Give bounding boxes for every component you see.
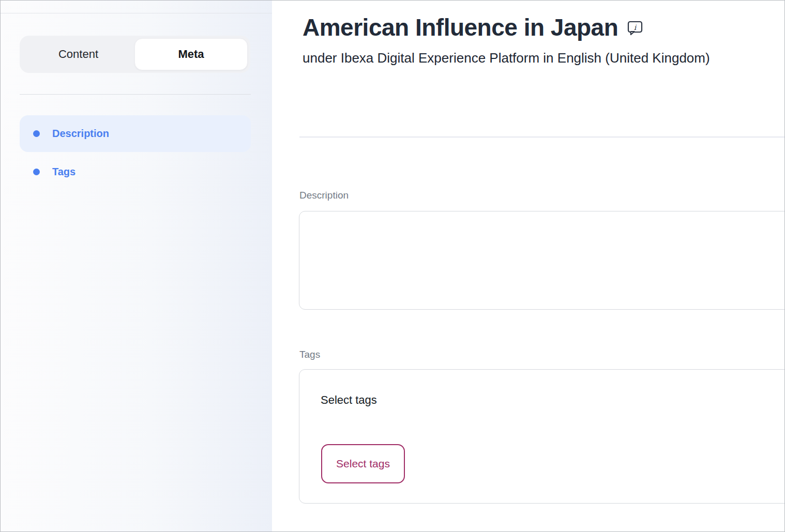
- tab-content[interactable]: Content: [22, 38, 134, 70]
- content-meta-toggle: Content Meta: [20, 36, 250, 73]
- header-divider: [299, 136, 784, 138]
- description-field-label: Description: [299, 190, 349, 201]
- tags-group-title: Select tags: [321, 393, 377, 407]
- page-subtitle: under Ibexa Digital Experience Platform …: [303, 50, 710, 66]
- sidebar-divider: [20, 94, 251, 95]
- sidebar-item-description[interactable]: Description: [20, 115, 251, 152]
- tab-meta[interactable]: Meta: [134, 38, 248, 70]
- main-area: American Influence in Japan i under Ibex…: [272, 1, 784, 531]
- select-tags-button[interactable]: Select tags: [321, 444, 405, 483]
- sidebar: Content Meta Description Tags: [1, 1, 272, 531]
- page-title: American Influence in Japan: [303, 14, 618, 41]
- sidebar-item-label: Tags: [52, 166, 76, 178]
- bullet-dot-icon: [33, 130, 40, 137]
- info-bubble-icon[interactable]: i: [627, 21, 643, 38]
- sidebar-item-label: Description: [52, 128, 109, 140]
- description-textarea[interactable]: [299, 211, 785, 310]
- page-root: Content Meta Description Tags American I…: [0, 0, 785, 532]
- tags-fieldset: Select tags Select tags: [299, 369, 785, 504]
- bullet-dot-icon: [33, 169, 40, 175]
- tags-field-label: Tags: [299, 349, 320, 360]
- sidebar-item-tags[interactable]: Tags: [20, 154, 251, 190]
- title-row: American Influence in Japan i: [303, 14, 643, 41]
- sidebar-topbar: [1, 1, 272, 13]
